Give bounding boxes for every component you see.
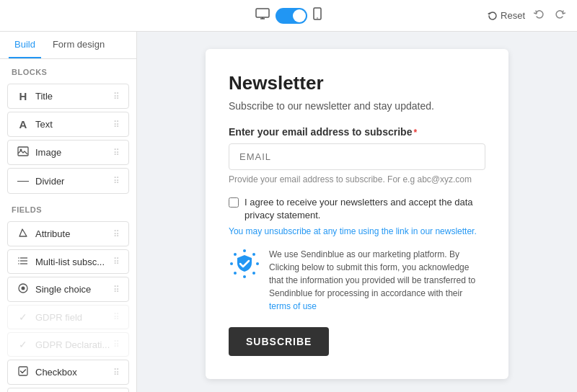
field-gdpr-label: GDPR field xyxy=(35,312,82,323)
block-divider-label: Divider xyxy=(35,176,64,187)
form-title: Newsletter xyxy=(229,72,485,94)
attribute-icon xyxy=(17,228,30,240)
drag-handle[interactable]: ⠿ xyxy=(113,148,120,158)
drag-handle[interactable]: ⠿ xyxy=(113,257,120,267)
drag-handle[interactable]: ⠿ xyxy=(113,368,120,378)
image-icon xyxy=(17,146,30,159)
svg-point-23 xyxy=(230,262,233,265)
svg-rect-0 xyxy=(256,9,269,17)
drag-handle[interactable]: ⠿ xyxy=(113,229,120,239)
consent-row: I agree to receive your newsletters and … xyxy=(229,196,485,222)
sendinblue-logo xyxy=(229,248,260,280)
tab-form-design[interactable]: Form design xyxy=(47,32,110,58)
multilist-icon xyxy=(17,256,30,267)
top-bar-actions: Reset xyxy=(488,9,565,23)
field-attribute-label: Attribute xyxy=(35,228,70,239)
checkbox-icon xyxy=(17,366,30,378)
sendinblue-text: We use Sendinblue as our marketing platf… xyxy=(269,248,485,313)
block-text-label: Text xyxy=(35,119,53,130)
redo-button[interactable] xyxy=(554,9,565,23)
consent-text: I agree to receive your newsletters and … xyxy=(245,196,485,222)
svg-point-14 xyxy=(22,287,25,290)
device-toggle[interactable] xyxy=(276,8,307,24)
field-singlechoice[interactable]: Single choice ⠿ xyxy=(7,277,129,302)
sidebar: Build Form design Blocks H Title ⠿ A Tex… xyxy=(0,32,137,392)
svg-point-21 xyxy=(243,275,246,278)
gdpr-icon: ✓ xyxy=(17,311,30,323)
email-input[interactable] xyxy=(229,143,485,170)
svg-rect-5 xyxy=(18,147,28,156)
svg-point-10 xyxy=(18,257,19,259)
drag-handle[interactable]: ⠿ xyxy=(113,285,120,295)
mobile-icon[interactable] xyxy=(313,7,322,24)
form-subtitle: Subscribe to our newsletter and stay upd… xyxy=(229,100,485,112)
block-title[interactable]: H Title ⠿ xyxy=(7,84,129,109)
field-captcha[interactable]: Captcha * ⠿ xyxy=(7,388,129,392)
svg-point-12 xyxy=(18,263,19,264)
block-title-label: Title xyxy=(35,91,53,102)
svg-point-4 xyxy=(317,17,318,19)
block-image[interactable]: Image ⠿ xyxy=(7,140,129,165)
reset-button[interactable]: Reset xyxy=(488,10,525,21)
svg-point-11 xyxy=(18,260,19,262)
fields-section-label: Fields xyxy=(0,197,136,218)
content-area: Newsletter Subscribe to our newsletter a… xyxy=(137,32,577,392)
tab-build[interactable]: Build xyxy=(9,32,41,58)
undo-button[interactable] xyxy=(534,9,545,23)
desktop-icon[interactable] xyxy=(255,8,270,23)
svg-point-18 xyxy=(252,253,255,256)
gdprdecl-icon: ✓ xyxy=(17,339,30,350)
drag-handle[interactable]: ⠿ xyxy=(113,176,120,186)
divider-icon: — xyxy=(17,174,30,187)
text-icon: A xyxy=(17,118,30,130)
block-divider[interactable]: — Divider ⠿ xyxy=(7,168,129,194)
svg-point-20 xyxy=(252,272,255,275)
drag-handle: ⠿ xyxy=(113,339,120,349)
field-attribute[interactable]: Attribute ⠿ xyxy=(7,221,129,246)
drag-handle: ⠿ xyxy=(113,312,120,322)
field-checkbox[interactable]: Checkbox ⠿ xyxy=(7,360,129,385)
field-multilist-label: Multi-list subsc... xyxy=(35,257,105,267)
required-marker: * xyxy=(413,128,417,138)
svg-point-17 xyxy=(243,249,246,252)
sidebar-tabs: Build Form design xyxy=(0,32,136,59)
field-checkbox-label: Checkbox xyxy=(35,367,77,378)
consent-checkbox[interactable] xyxy=(229,197,239,208)
field-singlechoice-label: Single choice xyxy=(35,284,91,295)
form-card: Newsletter Subscribe to our newsletter a… xyxy=(206,49,508,379)
field-gdpr: ✓ GDPR field ⠿ xyxy=(7,305,129,329)
email-field-label: Enter your email address to subscribe* xyxy=(229,126,485,138)
email-hint: Provide your email address to subscribe.… xyxy=(229,174,485,184)
block-image-label: Image xyxy=(35,147,61,158)
drag-handle[interactable]: ⠿ xyxy=(113,120,120,130)
svg-point-19 xyxy=(256,262,259,265)
device-switcher xyxy=(255,7,322,24)
title-icon: H xyxy=(17,90,30,102)
field-gdprdecl-label: GDPR Declarati... xyxy=(35,339,110,350)
singlechoice-icon xyxy=(17,283,30,295)
blocks-section-label: Blocks xyxy=(0,59,136,81)
subscribe-button[interactable]: SUBSCRIBE xyxy=(229,327,329,356)
main-layout: Build Form design Blocks H Title ⠿ A Tex… xyxy=(0,32,577,392)
drag-handle[interactable]: ⠿ xyxy=(113,92,120,102)
unsubscribe-text: You may unsubscribe at any time using th… xyxy=(229,226,485,236)
sendinblue-notice: We use Sendinblue as our marketing platf… xyxy=(229,248,485,313)
field-gdpr-decl: ✓ GDPR Declarati... ⠿ xyxy=(7,332,129,357)
top-bar: Reset xyxy=(0,0,577,32)
field-multilist[interactable]: Multi-list subsc... ⠿ xyxy=(7,249,129,274)
svg-point-22 xyxy=(234,272,237,275)
svg-point-24 xyxy=(234,253,237,256)
terms-link[interactable]: terms of use xyxy=(269,301,317,311)
block-text[interactable]: A Text ⠿ xyxy=(7,112,129,137)
